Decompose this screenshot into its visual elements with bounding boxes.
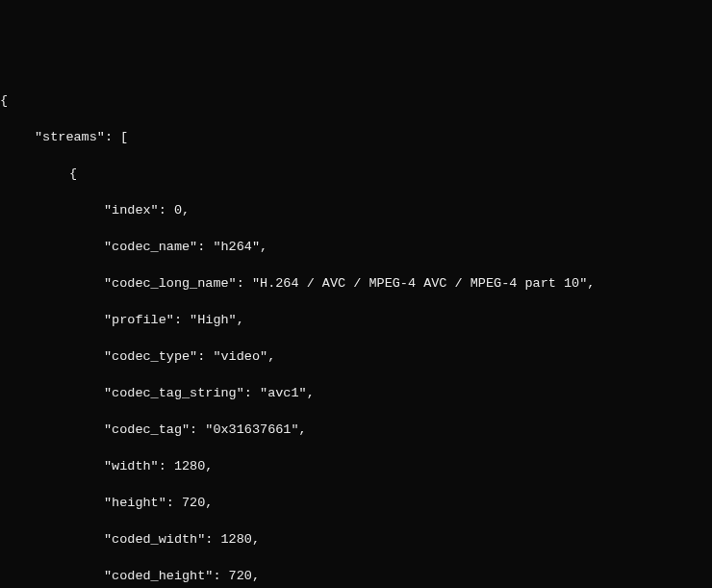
json-field: "coded_width": 1280, — [0, 530, 712, 549]
json-field: "codec_tag_string": "avc1", — [0, 384, 712, 402]
json-field: "profile": "High", — [0, 311, 712, 329]
json-streams-key: "streams": [ — [0, 128, 712, 146]
json-field: "coded_height": 720, — [0, 567, 712, 585]
json-stream-object-open: { — [0, 165, 712, 183]
json-field: "codec_tag": "0x31637661", — [0, 421, 712, 439]
json-field: "codec_long_name": "H.264 / AVC / MPEG-4… — [0, 274, 712, 293]
json-field: "codec_name": "h264", — [0, 238, 712, 256]
json-field: "height": 720, — [0, 494, 712, 512]
json-field: "width": 1280, — [0, 457, 712, 475]
json-field: "codec_type": "video", — [0, 347, 712, 366]
terminal-output[interactable]: { "streams": [ { "index": 0, "codec_name… — [0, 73, 712, 588]
json-open-brace: { — [0, 91, 712, 110]
json-field: "index": 0, — [0, 201, 712, 219]
